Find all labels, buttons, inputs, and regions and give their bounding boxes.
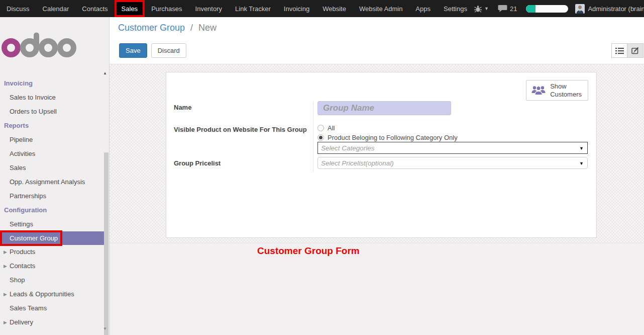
sidebar-section-configuration: Configuration xyxy=(0,203,104,217)
sidebar-item-delivery[interactable]: ▶ Delivery xyxy=(0,315,104,329)
radio-category-icon[interactable] xyxy=(317,134,324,141)
sidebar-section-reports: Reports xyxy=(0,119,104,133)
sidebar-item-delivery-label: Delivery xyxy=(10,318,33,326)
sidebar-item-settings[interactable]: Settings xyxy=(0,217,104,231)
sidebar-item-sales[interactable]: Sales xyxy=(0,161,104,175)
sidebar-item-orders-to-upsell[interactable]: Orders to Upsell xyxy=(0,105,104,119)
customer-group-form-card: Show Customers Name Visible Product on W… xyxy=(166,72,597,238)
sidebar-item-contacts-label: Contacts xyxy=(10,262,35,270)
save-button[interactable]: Save xyxy=(119,43,147,58)
sidebar-section-invoicing: Invoicing xyxy=(0,76,104,91)
sidebar-item-contacts[interactable]: ▶ Contacts xyxy=(0,259,104,273)
timer-progress-fill xyxy=(526,5,535,13)
content-area: Show Customers Name Visible Product on W… xyxy=(110,64,644,243)
sidebar-scrollbar-thumb[interactable] xyxy=(104,152,109,335)
dropdown-caret-icon: ▼ xyxy=(579,161,584,166)
messages-bubble-icon[interactable] xyxy=(498,5,507,13)
show-customers-label: Show Customers xyxy=(550,82,582,99)
form-view-button[interactable] xyxy=(627,43,643,58)
top-menu-bar: Discuss Calendar Contacts Sales Purchase… xyxy=(0,0,644,17)
menu-item-invoicing[interactable]: Invoicing xyxy=(277,0,316,17)
radio-option-category[interactable]: Product Beloging to Following Category O… xyxy=(317,133,590,142)
sidebar-item-shop[interactable]: Shop xyxy=(0,273,104,287)
name-field-label: Name xyxy=(174,101,313,123)
menu-item-purchases[interactable]: Purchases xyxy=(145,0,188,17)
menu-item-website[interactable]: Website xyxy=(316,0,353,17)
page-background xyxy=(110,244,644,335)
name-field-cell xyxy=(313,101,590,123)
sidebar-scroll-up-icon[interactable]: ▲ xyxy=(103,71,107,75)
sidebar-scroll-down-icon[interactable]: ▼ xyxy=(103,326,107,331)
visible-product-label: Visible Product on Website For This Grou… xyxy=(174,123,313,142)
sidebar-item-leads-label: Leads & Opportunities xyxy=(10,290,74,298)
radio-all-icon[interactable] xyxy=(317,125,324,131)
categories-field-cell: Select Categories ▼ xyxy=(313,142,590,157)
control-panel: Customer Group / New Save Discard xyxy=(110,17,644,64)
timer-progress-pill xyxy=(526,5,568,13)
topbar-right-cluster: ▼ 21 Administrator (braintree) ▼ xyxy=(474,0,644,17)
menu-item-inventory[interactable]: Inventory xyxy=(189,0,229,17)
menu-item-website-admin[interactable]: Website Admin xyxy=(353,0,409,17)
select-categories-dropdown[interactable]: Select Categories ▼ xyxy=(317,142,588,154)
user-avatar[interactable] xyxy=(575,4,585,14)
radio-option-all[interactable]: All xyxy=(317,123,590,132)
customers-people-icon xyxy=(531,85,546,96)
menu-item-contacts[interactable]: Contacts xyxy=(75,0,114,17)
menu-item-apps[interactable]: Apps xyxy=(409,0,437,17)
sidebar: ▲ Invoicing Sales to Invoice Orders to U… xyxy=(0,17,110,335)
breadcrumb-current: New xyxy=(198,23,217,33)
sidebar-menu: Invoicing Sales to Invoice Orders to Ups… xyxy=(0,76,104,329)
expand-caret-icon: ▶ xyxy=(4,259,7,273)
user-menu[interactable]: Administrator (braintree) xyxy=(588,5,644,13)
sidebar-item-customer-group[interactable]: Customer Group xyxy=(0,231,104,245)
record-action-buttons: Save Discard xyxy=(119,43,186,58)
empty-label-cell xyxy=(174,142,313,157)
select-pricelist-dropdown[interactable]: Select Pricelist(optional) ▼ xyxy=(317,157,588,169)
sidebar-item-sales-teams[interactable]: Sales Teams xyxy=(0,301,104,315)
select-categories-placeholder: Select Categories xyxy=(321,144,375,152)
expand-caret-icon: ▶ xyxy=(4,315,7,329)
sidebar-item-partnerships[interactable]: Partnerships xyxy=(0,189,104,203)
radio-all-label: All xyxy=(328,124,335,132)
message-count-badge[interactable]: 21 xyxy=(510,5,517,13)
annotation-caption: Customer Group Form xyxy=(257,245,360,257)
menu-item-link-tracker[interactable]: Link Tracker xyxy=(229,0,277,17)
menu-item-sales[interactable]: Sales xyxy=(115,0,145,17)
sidebar-item-activities[interactable]: Activities xyxy=(0,147,104,161)
group-name-input[interactable] xyxy=(317,101,451,115)
breadcrumb-separator: / xyxy=(190,23,193,33)
form-fields: Name Visible Product on Website For This… xyxy=(174,101,590,172)
expand-caret-icon: ▶ xyxy=(4,245,7,259)
view-switcher xyxy=(611,43,643,58)
sidebar-item-sales-to-invoice[interactable]: Sales to Invoice xyxy=(0,91,104,105)
sidebar-item-products[interactable]: ▶ Products xyxy=(0,245,104,259)
discard-button[interactable]: Discard xyxy=(151,43,186,58)
select-pricelist-placeholder: Select Pricelist(optional) xyxy=(321,159,394,167)
expand-caret-icon: ▶ xyxy=(4,287,7,301)
sidebar-item-customer-group-label: Customer Group xyxy=(10,234,58,242)
menu-item-settings[interactable]: Settings xyxy=(437,0,474,17)
dropdown-caret-icon: ▼ xyxy=(579,146,584,151)
breadcrumb: Customer Group / New xyxy=(118,23,217,33)
visible-product-options: All Product Beloging to Following Catego… xyxy=(313,123,590,142)
menu-item-discuss[interactable]: Discuss xyxy=(0,0,36,17)
edit-form-icon xyxy=(631,47,639,54)
debug-dropdown-caret-icon[interactable]: ▼ xyxy=(484,6,489,11)
sidebar-item-leads-opportunities[interactable]: ▶ Leads & Opportunities xyxy=(0,287,104,301)
odoo-logo xyxy=(0,29,104,58)
show-customers-button[interactable]: Show Customers xyxy=(526,80,588,101)
pricelist-field-cell: Select Pricelist(optional) ▼ xyxy=(313,157,590,172)
sidebar-item-products-label: Products xyxy=(10,248,35,256)
sidebar-item-opp-assignment-analysis[interactable]: Opp. Assignment Analysis xyxy=(0,175,104,189)
breadcrumb-parent-link[interactable]: Customer Group xyxy=(118,23,185,33)
list-icon xyxy=(615,47,624,54)
list-view-button[interactable] xyxy=(611,43,627,58)
radio-category-label: Product Beloging to Following Category O… xyxy=(328,134,458,141)
group-pricelist-label: Group Pricelist xyxy=(174,157,313,172)
menu-item-calendar[interactable]: Calendar xyxy=(36,0,76,17)
debug-bug-icon[interactable] xyxy=(474,5,482,13)
sidebar-item-pipeline[interactable]: Pipeline xyxy=(0,133,104,147)
